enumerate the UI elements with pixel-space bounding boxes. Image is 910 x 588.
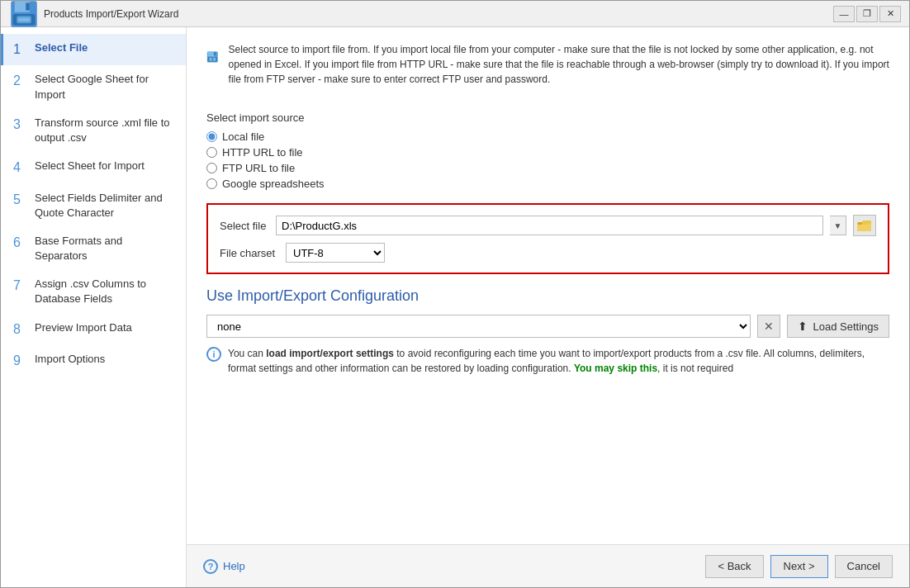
svg-point-12 — [211, 59, 213, 60]
info-note-suffix: , it is not required — [657, 363, 733, 374]
next-button[interactable]: Next > — [770, 555, 828, 578]
charset-row: File charset UTF-8 UTF-16 ISO-8859-1 Win… — [220, 243, 876, 263]
cancel-button[interactable]: Cancel — [835, 555, 893, 578]
close-button[interactable]: ✕ — [879, 6, 901, 22]
sidebar-num-8: 8 — [13, 320, 28, 339]
sidebar-label-7: Assign .csv Columns to Database Fields — [35, 277, 176, 306]
sidebar-item-transform[interactable]: 3 Transform source .xml file to output .… — [1, 109, 186, 152]
svg-rect-8 — [214, 52, 216, 55]
import-source-label: Select import source — [206, 111, 889, 124]
content-area: Select source to import file from. If yo… — [187, 27, 909, 544]
sidebar-num-4: 4 — [13, 159, 28, 177]
radio-google-label[interactable]: Google spreadsheets — [222, 178, 325, 190]
file-dropdown-arrow[interactable]: ▼ — [830, 216, 846, 235]
info-note-icon: i — [206, 347, 221, 362]
svg-rect-7 — [208, 52, 215, 57]
sidebar-item-assign-columns[interactable]: 7 Assign .csv Columns to Database Fields — [1, 270, 186, 313]
sidebar-num-2: 2 — [13, 72, 28, 90]
sidebar-num-3: 3 — [13, 116, 28, 134]
info-banner: Select source to import file from. If yo… — [206, 42, 889, 97]
sidebar: 1 Select File 2 Select Google Sheet for … — [1, 27, 187, 587]
charset-select[interactable]: UTF-8 UTF-16 ISO-8859-1 Windows-1252 — [286, 243, 385, 263]
radio-http-input[interactable] — [206, 147, 217, 158]
disk-icon — [206, 42, 219, 72]
help-link[interactable]: Help — [223, 560, 245, 572]
radio-local-file: Local file — [206, 130, 889, 143]
info-note-text: You can load import/export settings to a… — [228, 346, 889, 376]
charset-label: File charset — [220, 247, 279, 259]
sidebar-item-google-sheet[interactable]: 2 Select Google Sheet for Import — [1, 65, 186, 108]
import-source-section: Select import source Local file HTTP URL… — [206, 111, 889, 190]
sidebar-item-delimiter[interactable]: 5 Select Fields Delimiter and Quote Char… — [1, 184, 186, 227]
main-window: Products Import/Export Wizard — ❐ ✕ 1 Se… — [0, 0, 910, 588]
upload-icon: ⬆ — [798, 320, 808, 333]
footer-right: < Back Next > Cancel — [705, 555, 893, 578]
file-select-box: Select file ▼ Fil — [206, 203, 889, 274]
info-banner-text: Select source to import file from. If yo… — [229, 42, 889, 87]
right-panel: Select source to import file from. If yo… — [187, 27, 909, 587]
title-bar-left: Products Import/Export Wizard — [9, 0, 178, 29]
config-dropdown[interactable]: none — [206, 315, 751, 338]
svg-rect-5 — [18, 17, 30, 21]
sidebar-num-9: 9 — [13, 352, 28, 370]
sidebar-label-5: Select Fields Delimiter and Quote Charac… — [35, 191, 176, 220]
sidebar-num-6: 6 — [13, 234, 28, 252]
sidebar-label-1: Select File — [35, 40, 88, 55]
sidebar-num-7: 7 — [13, 277, 28, 295]
radio-ftp: FTP URL to file — [206, 162, 889, 174]
svg-rect-2 — [26, 2, 30, 10]
sidebar-label-8: Preview Import Data — [35, 320, 132, 335]
svg-rect-15 — [858, 222, 862, 225]
main-content: 1 Select File 2 Select Google Sheet for … — [1, 27, 909, 587]
radio-ftp-label[interactable]: FTP URL to file — [222, 162, 295, 174]
app-icon — [9, 0, 39, 29]
sidebar-label-3: Transform source .xml file to output .cs… — [35, 116, 176, 145]
config-section: Use Import/Export Configuration none ✕ ⬆… — [206, 287, 889, 376]
sidebar-label-6: Base Formats and Separators — [35, 234, 176, 263]
radio-ftp-input[interactable] — [206, 163, 217, 173]
sidebar-item-select-sheet[interactable]: 4 Select Sheet for Import — [1, 152, 186, 183]
help-icon[interactable]: ? — [203, 559, 218, 574]
folder-icon — [857, 219, 872, 232]
radio-group: Local file HTTP URL to file FTP URL to f… — [206, 130, 889, 190]
restore-button[interactable]: ❐ — [856, 6, 878, 22]
window-controls: — ❐ ✕ — [833, 6, 901, 22]
footer-left: ? Help — [203, 559, 245, 574]
sidebar-label-9: Import Options — [35, 352, 105, 367]
sidebar-item-import-options[interactable]: 9 Import Options — [1, 345, 186, 377]
radio-http: HTTP URL to file — [206, 146, 889, 159]
info-note: i You can load import/export settings to… — [206, 346, 889, 376]
sidebar-item-preview[interactable]: 8 Preview Import Data — [1, 314, 186, 345]
svg-rect-14 — [857, 224, 871, 231]
load-settings-label: Load Settings — [813, 320, 879, 333]
info-note-prefix: You can — [228, 348, 266, 359]
sidebar-label-4: Select Sheet for Import — [35, 159, 145, 173]
info-note-bold: load import/export settings — [266, 348, 394, 359]
config-row: none ✕ ⬆ Load Settings — [206, 315, 889, 338]
radio-local-label[interactable]: Local file — [222, 130, 264, 143]
radio-local-input[interactable] — [206, 131, 217, 142]
config-title: Use Import/Export Configuration — [206, 287, 889, 305]
back-button[interactable]: < Back — [705, 555, 763, 578]
config-clear-button[interactable]: ✕ — [757, 315, 780, 338]
sidebar-item-formats[interactable]: 6 Base Formats and Separators — [1, 227, 186, 270]
file-select-label: Select file — [220, 220, 269, 232]
load-settings-button[interactable]: ⬆ Load Settings — [787, 315, 889, 338]
minimize-button[interactable]: — — [833, 6, 855, 22]
radio-google-input[interactable] — [206, 178, 217, 189]
radio-http-label[interactable]: HTTP URL to file — [222, 146, 303, 159]
sidebar-num-1: 1 — [13, 40, 28, 59]
title-bar: Products Import/Export Wizard — ❐ ✕ — [1, 1, 909, 27]
info-note-green: You may skip this — [574, 363, 657, 374]
file-browse-button[interactable] — [853, 215, 876, 236]
footer: ? Help < Back Next > Cancel — [187, 544, 909, 587]
sidebar-num-5: 5 — [13, 191, 28, 209]
sidebar-item-select-file[interactable]: 1 Select File — [1, 34, 186, 65]
file-select-input[interactable] — [276, 216, 823, 235]
file-select-row: Select file ▼ — [220, 215, 876, 236]
radio-google: Google spreadsheets — [206, 178, 889, 190]
window-title: Products Import/Export Wizard — [44, 8, 178, 20]
sidebar-label-2: Select Google Sheet for Import — [35, 72, 176, 102]
